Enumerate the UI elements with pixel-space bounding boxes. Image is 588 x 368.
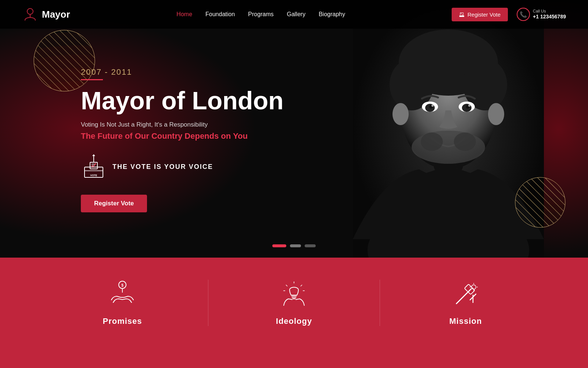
svg-point-38 [488, 103, 504, 125]
promises-label: Promises [103, 316, 142, 326]
svg-text:$: $ [121, 283, 123, 287]
nav-biography[interactable]: Biography [319, 11, 345, 17]
call-us: 📞 Call Us +1 123456789 [517, 8, 566, 21]
nav-programs[interactable]: Programs [248, 11, 273, 17]
hero-person-svg [353, 0, 544, 258]
hero-year: 2007 - 2011 [81, 67, 323, 77]
logo-icon [22, 6, 38, 22]
promises-icon: $ [108, 280, 137, 309]
phone-number: +1 123456789 [533, 14, 566, 20]
hero-content: 2007 - 2011 Mayor of London Voting Is No… [0, 45, 323, 212]
logo-link[interactable]: Mayor [22, 6, 70, 22]
hero-title: Mayor of London [81, 87, 323, 114]
svg-point-46 [468, 105, 470, 107]
svg-line-62 [537, 177, 566, 228]
deco-circle-bottom-right [514, 177, 566, 228]
bottom-section: $ Promises [0, 258, 588, 368]
vote-icon: VOTE [81, 154, 107, 180]
dot-2[interactable] [290, 244, 301, 247]
nav-home[interactable]: Home [176, 11, 192, 17]
mission-label: Mission [449, 316, 482, 326]
svg-text:VOTE: VOTE [90, 174, 97, 177]
svg-line-75 [286, 285, 287, 286]
svg-point-37 [392, 103, 409, 125]
slider-dots [272, 244, 316, 247]
nav-gallery[interactable]: Gallery [287, 11, 305, 17]
navbar: Mayor Home Foundation Programs Gallery B… [0, 0, 588, 29]
call-us-label: Call Us [533, 9, 566, 13]
logo-text: Mayor [42, 9, 70, 20]
hero-subtitle: Voting Is Not Just a Right, It's a Respo… [81, 121, 323, 128]
svg-line-79 [456, 289, 471, 304]
register-icon: 🗳 [459, 11, 465, 18]
svg-marker-29 [92, 154, 95, 156]
svg-point-45 [431, 105, 434, 107]
nav-links: Home Foundation Programs Gallery Biograp… [176, 11, 345, 18]
svg-point-83 [472, 285, 476, 289]
svg-line-60 [522, 177, 566, 228]
mission-card: Mission [380, 280, 551, 326]
svg-point-47 [412, 131, 485, 164]
dot-3[interactable] [305, 244, 316, 247]
ideology-icon [279, 280, 309, 309]
svg-line-76 [301, 285, 302, 286]
ideology-card: Ideology [208, 280, 380, 326]
svg-point-0 [27, 8, 33, 14]
vote-label: THE VOTE IS YOUR VOICE [112, 163, 213, 171]
svg-line-69 [113, 300, 115, 302]
register-vote-button[interactable]: 🗳 Register Vote [452, 8, 508, 21]
nav-foundation[interactable]: Foundation [205, 11, 235, 17]
hero-divider [81, 79, 103, 80]
hero-section: 2007 - 2011 Mayor of London Voting Is No… [0, 0, 588, 258]
mission-icon [451, 280, 480, 309]
ideology-label: Ideology [276, 316, 312, 326]
vote-badge: VOTE THE VOTE IS YOUR VOICE [81, 154, 323, 180]
svg-line-59 [514, 177, 566, 228]
svg-line-70 [130, 300, 132, 302]
hero-register-button[interactable]: Register Vote [81, 195, 147, 212]
svg-point-48 [421, 132, 443, 151]
hero-tagline: The Future of Our Country Depends on You [81, 131, 323, 141]
promises-card: $ Promises [37, 280, 208, 326]
register-btn-label: Register Vote [467, 11, 501, 18]
navbar-right: 🗳 Register Vote 📞 Call Us +1 123456789 [452, 8, 566, 21]
svg-point-49 [454, 132, 476, 151]
phone-icon: 📞 [517, 8, 530, 21]
dot-1[interactable] [272, 244, 286, 247]
hero-image-area [353, 0, 544, 258]
svg-line-64 [551, 177, 566, 228]
call-us-text: Call Us +1 123456789 [533, 9, 566, 20]
